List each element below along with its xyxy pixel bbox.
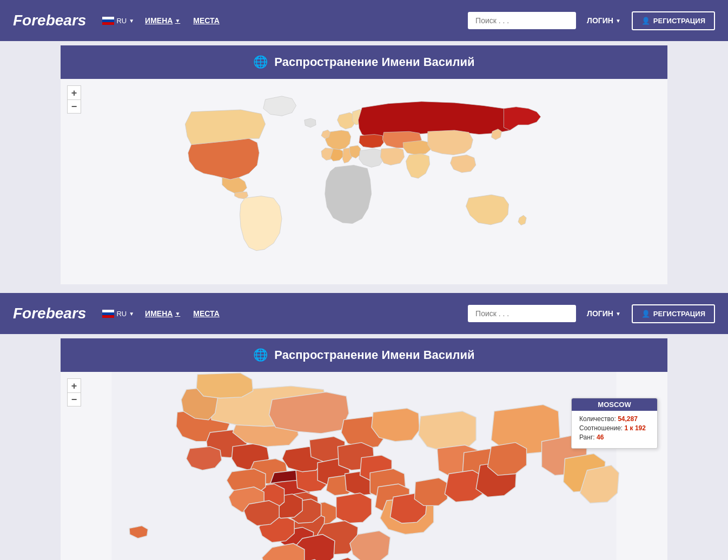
map-header-2: 🌐 Распространение Имени Василий xyxy=(61,338,667,372)
map-controls-2: + − xyxy=(67,378,81,406)
zoom-out-btn-2[interactable]: − xyxy=(67,392,81,406)
lang-label: RU xyxy=(116,17,127,25)
zoom-out-btn-1[interactable]: − xyxy=(67,99,81,114)
nav-links: ИМЕНА ▼ МЕСТА xyxy=(145,16,220,25)
nav-names-2[interactable]: ИМЕНА ▼ xyxy=(145,309,180,318)
login-dropdown-arrow-2: ▼ xyxy=(616,311,621,317)
brand-logo-2[interactable]: Forebears xyxy=(13,305,86,322)
tooltip-ratio-row: Соотношение: 1 к 192 xyxy=(579,424,650,432)
zoom-in-btn-1[interactable]: + xyxy=(67,85,81,99)
tooltip-count-row: Количество: 54,287 xyxy=(579,415,650,423)
lang-dropdown-arrow: ▼ xyxy=(129,18,134,24)
register-icon: 👤 xyxy=(641,17,650,25)
world-map-container[interactable]: + − xyxy=(61,79,667,284)
nav-places-2[interactable]: МЕСТА xyxy=(193,309,220,318)
flag-icon-2 xyxy=(102,310,114,318)
navbar-bottom: Forebears RU ▼ ИМЕНА ▼ МЕСТА ЛОГИН ▼ 👤 Р… xyxy=(0,293,728,334)
login-button[interactable]: ЛОГИН ▼ xyxy=(587,16,621,25)
tooltip-count-val: 54,287 xyxy=(618,415,638,423)
map-controls-1: + − xyxy=(67,85,81,114)
language-selector-2[interactable]: RU ▼ xyxy=(102,310,134,318)
register-button[interactable]: 👤 РЕГИСТРАЦИЯ xyxy=(632,11,715,30)
login-button-2[interactable]: ЛОГИН ▼ xyxy=(587,309,621,318)
tooltip-city: MOSCOW xyxy=(572,398,657,411)
map-title-2: Распространение Имени Василий xyxy=(274,348,474,362)
search-input-2[interactable] xyxy=(468,305,576,322)
nav-links-2: ИМЕНА ▼ МЕСТА xyxy=(145,309,220,318)
lang-label-2: RU xyxy=(116,310,127,318)
tooltip-rank-val: 46 xyxy=(597,434,604,441)
language-selector[interactable]: RU ▼ xyxy=(102,17,134,25)
globe-icon-2: 🌐 xyxy=(253,348,268,362)
tooltip-rank-row: Ранг: 46 xyxy=(579,434,650,441)
names-dropdown-arrow: ▼ xyxy=(175,18,180,24)
nav-places[interactable]: МЕСТА xyxy=(193,16,220,25)
section-russia-map: 🌐 Распространение Имени Василий + − MOSC… xyxy=(0,334,728,560)
register-icon-2: 👤 xyxy=(641,310,650,318)
tooltip-ratio-val: 1 к 192 xyxy=(625,424,646,432)
flag-icon xyxy=(102,17,114,25)
search-input[interactable] xyxy=(468,12,576,29)
map-title-1: Распространение Имени Василий xyxy=(274,55,474,69)
zoom-in-btn-2[interactable]: + xyxy=(67,378,81,392)
section-world-map: 🌐 Распространение Имени Василий + − xyxy=(0,41,728,289)
brand-logo[interactable]: Forebears xyxy=(13,12,86,29)
globe-icon-1: 🌐 xyxy=(253,55,268,69)
login-dropdown-arrow: ▼ xyxy=(616,18,621,24)
world-map-svg xyxy=(61,79,667,284)
nav-names[interactable]: ИМЕНА ▼ xyxy=(145,16,180,25)
register-button-2[interactable]: 👤 РЕГИСТРАЦИЯ xyxy=(632,304,715,323)
russia-map-container[interactable]: + − MOSCOW Количество: 54,287 Соотношени… xyxy=(61,372,667,560)
names-dropdown-arrow-2: ▼ xyxy=(175,311,180,317)
navbar-top: Forebears RU ▼ ИМЕНА ▼ МЕСТА ЛОГИН ▼ 👤 Р… xyxy=(0,0,728,41)
map-tooltip: MOSCOW Количество: 54,287 Соотношение: 1… xyxy=(571,398,658,449)
map-header-1: 🌐 Распространение Имени Василий xyxy=(61,45,667,79)
lang-dropdown-arrow-2: ▼ xyxy=(129,311,134,317)
